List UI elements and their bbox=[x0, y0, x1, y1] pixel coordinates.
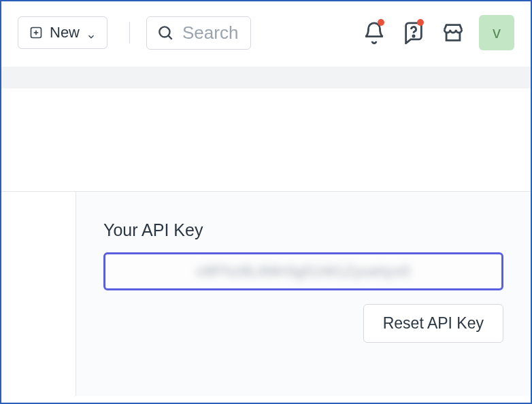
content-row: Your API Key c8Fhz8L6Mr0g51M1Zyuetyx0 Re… bbox=[1, 192, 531, 396]
help-button[interactable] bbox=[400, 19, 427, 46]
chevron-down-icon bbox=[86, 28, 96, 37]
new-button-label: New bbox=[50, 24, 80, 41]
notification-dot-icon bbox=[417, 19, 424, 26]
search-placeholder: Search bbox=[182, 22, 238, 44]
marketplace-button[interactable] bbox=[439, 19, 467, 46]
api-key-panel: Your API Key c8Fhz8L6Mr0g51M1Zyuetyx0 Re… bbox=[76, 192, 531, 396]
api-key-field[interactable]: c8Fhz8L6Mr0g51M1Zyuetyx0 bbox=[103, 252, 503, 290]
vertical-divider bbox=[129, 22, 130, 44]
avatar[interactable]: v bbox=[479, 15, 514, 50]
new-button[interactable]: New bbox=[18, 16, 107, 49]
api-key-label: Your API Key bbox=[103, 220, 503, 240]
api-key-value: c8Fhz8L6Mr0g51M1Zyuetyx0 bbox=[196, 263, 410, 280]
notification-dot-icon bbox=[378, 19, 384, 26]
notifications-button[interactable] bbox=[361, 19, 388, 46]
topbar: New Search bbox=[1, 1, 531, 67]
plus-square-icon bbox=[29, 26, 43, 39]
reset-api-key-button[interactable]: Reset API Key bbox=[363, 304, 503, 343]
svg-point-3 bbox=[159, 27, 169, 37]
secondary-bar bbox=[1, 67, 531, 88]
svg-point-5 bbox=[413, 35, 414, 37]
avatar-initial: v bbox=[493, 23, 501, 42]
search-input[interactable]: Search bbox=[146, 16, 251, 50]
svg-line-4 bbox=[169, 36, 172, 39]
left-column bbox=[1, 192, 76, 396]
page-header-area bbox=[1, 88, 531, 192]
search-icon bbox=[156, 24, 174, 41]
